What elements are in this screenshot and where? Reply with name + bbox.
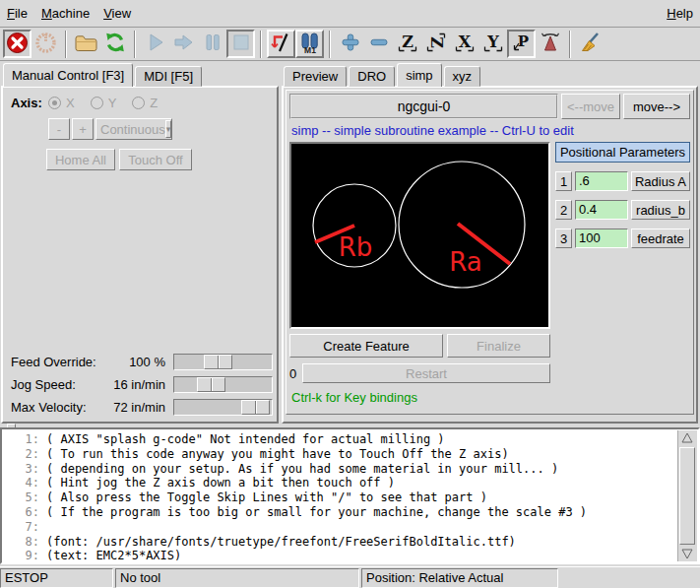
param-number: 1 xyxy=(555,171,572,191)
menu-view[interactable]: View xyxy=(96,3,138,24)
toggle-optional-stop-button[interactable]: M1 xyxy=(295,30,324,58)
line-number: 5: xyxy=(2,490,46,505)
manual-notebook: Manual Control [F3] MDI [F5] Axis: X Y Z… xyxy=(0,62,281,425)
axis-row: Axis: X Y Z xyxy=(11,96,277,110)
rotate-cone-icon xyxy=(539,31,562,57)
jog-mode-select[interactable]: Continuous ▾ xyxy=(95,118,172,140)
step-button[interactable] xyxy=(169,30,198,58)
move-right-button[interactable]: move--> xyxy=(623,94,690,119)
move-left-button[interactable]: <--move xyxy=(561,94,620,119)
line-text: (text: EMC2*5*AXIS) xyxy=(46,549,181,563)
tab-simp[interactable]: simp xyxy=(397,63,441,87)
toolbar-separator xyxy=(260,31,262,58)
gcode-line: 9:(text: EMC2*5*AXIS) xyxy=(2,549,698,563)
feed-override-slider[interactable] xyxy=(173,354,273,370)
jog-speed-label: Jog Speed: xyxy=(11,377,96,392)
clear-backplot-button[interactable] xyxy=(576,30,605,58)
ngcgui-topbar: ngcgui-0 <--move move--> xyxy=(289,94,690,119)
stop-icon xyxy=(230,32,252,56)
gcode-scrollbar[interactable] xyxy=(677,430,697,561)
slider-handle[interactable] xyxy=(197,377,225,392)
gcode-line: 3:( depending on your setup. As if you h… xyxy=(2,462,698,477)
toolbar-separator xyxy=(65,31,67,58)
feed-override-row: Feed Override: 100 % xyxy=(11,352,273,372)
open-file-button[interactable] xyxy=(72,30,100,58)
view-front-button[interactable]: Y xyxy=(478,30,507,58)
create-feature-button[interactable]: Create Feature xyxy=(289,334,443,358)
zoom-out-button[interactable] xyxy=(364,30,393,58)
scroll-down-arrow-icon[interactable] xyxy=(679,547,695,561)
reload-file-button[interactable] xyxy=(100,30,129,58)
tab-xyz[interactable]: xyz xyxy=(444,66,481,87)
zoom-in-button[interactable] xyxy=(336,30,364,58)
key-bindings-hint: Ctrl-k for Key bindings xyxy=(291,390,690,405)
param-entry-radius-a[interactable]: .6 xyxy=(575,171,628,191)
preview-tabrow: Preview DRO simp xyz xyxy=(284,63,480,87)
param-entry-feedrate[interactable]: 100 xyxy=(575,229,628,248)
view-top-button[interactable]: Z xyxy=(393,30,421,58)
machine-power-button[interactable] xyxy=(32,30,60,58)
gcode-text-area[interactable]: 1:( AXIS "splash g-code" Not intended fo… xyxy=(0,427,700,564)
ngcgui-panel-body: ngcgui-0 <--move move--> simp -- simple … xyxy=(282,86,698,424)
step-icon xyxy=(172,32,196,56)
zoom-in-icon xyxy=(340,32,361,56)
max-velocity-row: Max Velocity: 72 in/min xyxy=(11,397,273,418)
touch-off-button[interactable]: Touch Off xyxy=(119,149,192,170)
gcode-line: 5:( Also press the Toggle Skip Lines wit… xyxy=(2,490,698,505)
jog-speed-slider[interactable] xyxy=(173,376,273,393)
tab-manual-control[interactable]: Manual Control [F3] xyxy=(3,63,133,87)
svg-text:X: X xyxy=(458,33,471,51)
axis-radio-x[interactable]: X xyxy=(48,96,75,110)
slider-handle[interactable] xyxy=(241,400,270,415)
home-all-button[interactable]: Home All xyxy=(46,149,115,170)
preview-notebook: Preview DRO simp xyz ngcgui-0 <--move mo… xyxy=(281,62,700,425)
view-side-x-icon: X xyxy=(453,31,477,57)
status-bar: ESTOP No tool Position: Relative Actual xyxy=(0,566,700,588)
view-perspective-button[interactable]: P xyxy=(507,30,536,58)
axis-radio-y[interactable]: Y xyxy=(91,96,117,110)
line-number: 9: xyxy=(2,549,46,563)
jog-speed-value: 16 in/min xyxy=(96,377,165,392)
jog-plus-button[interactable]: + xyxy=(72,118,94,140)
status-position: Position: Relative Actual xyxy=(361,568,558,588)
finalize-button[interactable]: Finalize xyxy=(447,334,550,358)
line-text: ( To run this code anyway you might have… xyxy=(46,447,509,462)
tab-dro[interactable]: DRO xyxy=(349,66,395,87)
restart-count: 0 xyxy=(289,366,302,381)
restart-button[interactable]: Restart xyxy=(302,363,550,383)
run-icon xyxy=(145,32,166,56)
gcode-line: 2:( To run this code anyway you might ha… xyxy=(2,447,698,462)
param-number: 2 xyxy=(555,200,572,220)
estop-button[interactable] xyxy=(3,30,32,58)
toggle-skip-lines-button[interactable] xyxy=(267,30,295,58)
axis-radio-z[interactable]: Z xyxy=(132,96,158,110)
svg-text:Y: Y xyxy=(486,33,499,51)
axis-radio-x-label: X xyxy=(66,96,75,110)
menu-file[interactable]: File xyxy=(0,3,34,24)
max-velocity-slider[interactable] xyxy=(173,399,273,416)
stop-button[interactable] xyxy=(226,30,255,58)
axis-radio-y-label: Y xyxy=(108,96,117,110)
view-rotated-top-button[interactable]: Z xyxy=(421,30,450,58)
view-rotated-top-icon: Z xyxy=(424,31,448,57)
line-number: 1: xyxy=(2,432,46,447)
slider-handle[interactable] xyxy=(204,355,232,369)
svg-text:Z: Z xyxy=(427,36,446,48)
menu-machine[interactable]: Machine xyxy=(34,3,96,24)
scroll-up-arrow-icon[interactable] xyxy=(679,430,695,445)
jog-minus-button[interactable]: - xyxy=(48,118,70,140)
preview-drawing: Rb Ra xyxy=(291,144,548,327)
run-button[interactable] xyxy=(141,30,169,58)
param-entry-radius-b[interactable]: 0.4 xyxy=(575,200,628,220)
rotate-view-button[interactable] xyxy=(536,30,564,58)
gcode-line: 4:( Hint jog the Z axis down a bit then … xyxy=(2,476,698,490)
menu-help[interactable]: Help xyxy=(660,3,700,24)
pause-button[interactable] xyxy=(198,30,226,58)
view-side-button[interactable]: X xyxy=(450,30,478,58)
tab-preview[interactable]: Preview xyxy=(284,66,347,87)
status-machine-state: ESTOP xyxy=(0,568,113,588)
home-row: Home All Touch Off xyxy=(46,149,277,170)
tab-mdi[interactable]: MDI [F5] xyxy=(135,66,202,87)
param-row: 2 0.4 radius_b xyxy=(555,200,690,220)
scrollbar-thumb[interactable] xyxy=(679,447,695,545)
